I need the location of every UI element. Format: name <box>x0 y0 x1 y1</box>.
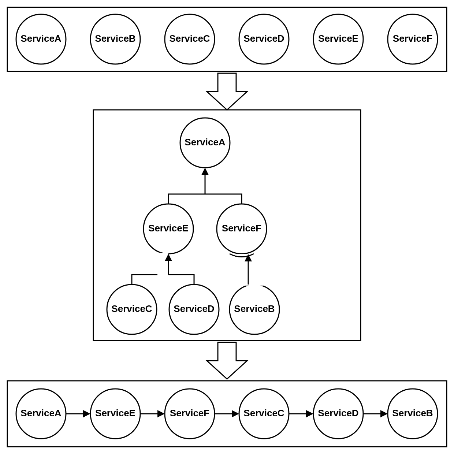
arrow-stage1-to-stage2 <box>207 73 247 110</box>
svg-text:ServiceD: ServiceD <box>318 408 358 419</box>
svg-text:ServiceD: ServiceD <box>174 303 214 314</box>
tree-node-serviceF: ServiceF <box>217 204 267 254</box>
diagram-canvas: ServiceA ServiceB ServiceC ServiceD Serv… <box>0 0 454 476</box>
box1-nodes: ServiceA ServiceB ServiceC ServiceD Serv… <box>16 14 438 64</box>
seq-arrow-3-4 <box>289 410 313 417</box>
svg-text:ServiceA: ServiceA <box>21 408 62 419</box>
svg-text:ServiceC: ServiceC <box>243 408 284 419</box>
node-serviceC: ServiceC <box>165 14 215 64</box>
svg-text:ServiceB: ServiceB <box>234 303 275 314</box>
svg-text:ServiceF: ServiceF <box>393 33 432 44</box>
svg-text:ServiceA: ServiceA <box>21 33 62 44</box>
node-serviceF: ServiceF <box>388 14 438 64</box>
seq-arrow-4-5 <box>363 410 388 417</box>
arrow-stage2-to-stage3 <box>207 342 247 379</box>
svg-marker-47 <box>157 410 165 417</box>
seq-node-2: ServiceF <box>165 389 215 439</box>
seq-node-0: ServiceA <box>16 389 66 439</box>
svg-text:ServiceF: ServiceF <box>222 223 261 234</box>
node-serviceA: ServiceA <box>16 14 66 64</box>
svg-text:ServiceE: ServiceE <box>318 33 358 44</box>
tree-node-serviceC: ServiceC <box>107 285 157 334</box>
tree-node-serviceD: ServiceD <box>169 285 219 334</box>
svg-text:ServiceE: ServiceE <box>148 223 189 234</box>
svg-text:ServiceD: ServiceD <box>243 33 284 44</box>
tree-root-serviceA: ServiceA <box>180 118 230 168</box>
node-serviceD: ServiceD <box>239 14 289 64</box>
tree-edge-CD-to-E-fix <box>157 253 172 276</box>
svg-marker-51 <box>306 410 313 417</box>
svg-text:ServiceB: ServiceB <box>392 408 433 419</box>
seq-node-4: ServiceD <box>313 389 363 439</box>
box-unordered <box>7 7 447 71</box>
svg-text:ServiceE: ServiceE <box>95 408 135 419</box>
svg-rect-26 <box>157 253 168 276</box>
svg-text:ServiceF: ServiceF <box>170 408 209 419</box>
svg-text:ServiceC: ServiceC <box>111 303 152 314</box>
svg-marker-24 <box>201 168 209 175</box>
tree-node-serviceB: ServiceB <box>230 285 279 334</box>
svg-marker-49 <box>232 410 239 417</box>
seq-node-3: ServiceC <box>239 389 289 439</box>
svg-marker-53 <box>380 410 388 417</box>
svg-marker-45 <box>83 410 90 417</box>
tree-edge-EF-to-A <box>168 168 242 204</box>
node-serviceB: ServiceB <box>90 14 140 64</box>
svg-text:ServiceC: ServiceC <box>169 33 210 44</box>
seq-arrow-1-2 <box>140 410 165 417</box>
node-serviceE: ServiceE <box>313 14 363 64</box>
seq-arrow-0-1 <box>66 410 90 417</box>
svg-text:ServiceB: ServiceB <box>95 33 135 44</box>
seq-node-1: ServiceE <box>90 389 140 439</box>
tree-node-serviceE: ServiceE <box>144 204 193 254</box>
seq-node-5: ServiceB <box>388 389 438 439</box>
seq-arrow-2-3 <box>215 410 239 417</box>
svg-text:ServiceA: ServiceA <box>185 137 226 148</box>
